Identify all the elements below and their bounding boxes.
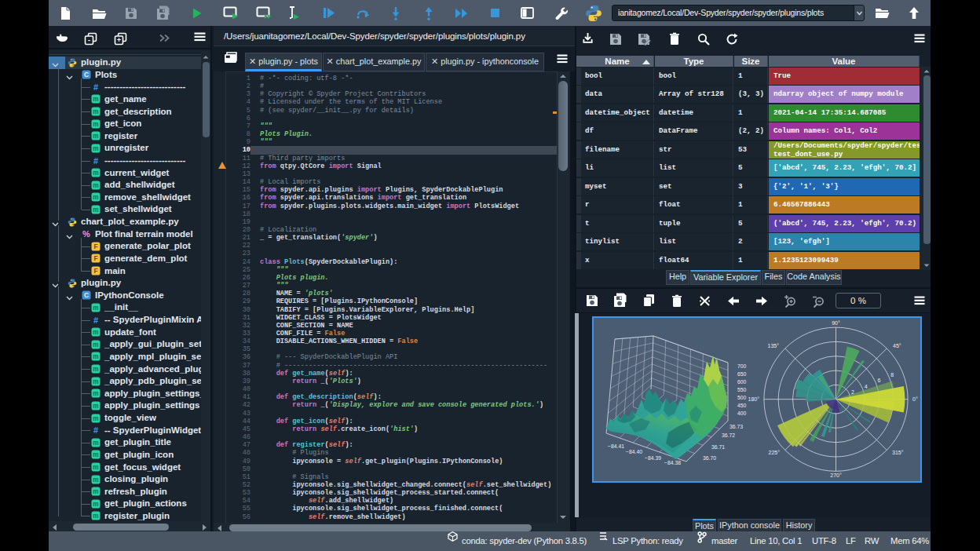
svg-text:−84.39: −84.39 <box>645 455 661 461</box>
svg-text:8: 8 <box>890 372 894 378</box>
svg-text:400: 400 <box>737 411 747 416</box>
svg-text:m: m <box>93 97 98 104</box>
svg-text:500: 500 <box>737 395 747 400</box>
svg-text:m: m <box>93 108 98 115</box>
svg-text:m: m <box>93 440 98 447</box>
svg-text:36.70: 36.70 <box>703 455 716 461</box>
svg-text:m: m <box>93 390 98 397</box>
svg-text:m: m <box>93 403 98 410</box>
svg-text:−84.40: −84.40 <box>626 449 642 454</box>
svg-text:m: m <box>93 476 98 483</box>
svg-text:m: m <box>93 121 98 128</box>
svg-text:m: m <box>93 451 98 458</box>
svg-text:600: 600 <box>737 379 747 385</box>
svg-text:m: m <box>93 206 98 213</box>
svg-text:F: F <box>93 254 97 262</box>
svg-text:m: m <box>93 305 98 312</box>
svg-text:m: m <box>93 488 98 495</box>
svg-text:315°: 315° <box>892 450 904 455</box>
svg-text:−84.38: −84.38 <box>664 460 681 465</box>
svg-text:m: m <box>93 341 98 348</box>
svg-text:2: 2 <box>851 389 854 395</box>
svg-text:36.73: 36.73 <box>730 424 743 429</box>
svg-text:270°: 270° <box>830 473 842 478</box>
svg-text:36.71: 36.71 <box>711 444 725 450</box>
svg-text:m: m <box>93 378 98 385</box>
svg-text:700: 700 <box>737 363 747 369</box>
svg-text:−84.41: −84.41 <box>608 443 624 449</box>
svg-text:m: m <box>93 513 98 520</box>
svg-text:m: m <box>93 354 98 361</box>
svg-text:225°: 225° <box>769 450 781 455</box>
svg-text:m: m <box>93 145 98 152</box>
svg-text:135°: 135° <box>768 343 780 348</box>
svg-text:m: m <box>93 182 98 189</box>
svg-text:0°: 0° <box>912 396 918 402</box>
svg-text:650: 650 <box>737 371 747 377</box>
svg-text:6: 6 <box>877 378 880 383</box>
svg-text:m: m <box>93 464 98 471</box>
svg-text:C: C <box>84 71 89 78</box>
svg-text:C: C <box>84 291 89 299</box>
svg-text:+: + <box>117 37 121 45</box>
svg-text:m: m <box>93 194 98 201</box>
svg-text:-: - <box>87 37 91 45</box>
svg-text:45°: 45° <box>893 343 901 348</box>
svg-text:450: 450 <box>737 403 747 408</box>
svg-text:F: F <box>93 267 97 275</box>
svg-text:F: F <box>93 243 97 250</box>
svg-text:m: m <box>93 501 98 508</box>
svg-text:4: 4 <box>865 384 868 389</box>
svg-text:36.72: 36.72 <box>722 432 735 438</box>
svg-text:m: m <box>93 133 98 140</box>
svg-text:550: 550 <box>737 387 747 392</box>
svg-text:m: m <box>93 415 98 422</box>
svg-text:m: m <box>93 170 98 177</box>
svg-text:m: m <box>93 366 98 373</box>
svg-text:m: m <box>93 329 98 336</box>
svg-text:90°: 90° <box>832 320 840 326</box>
svg-text:180°: 180° <box>748 396 760 402</box>
